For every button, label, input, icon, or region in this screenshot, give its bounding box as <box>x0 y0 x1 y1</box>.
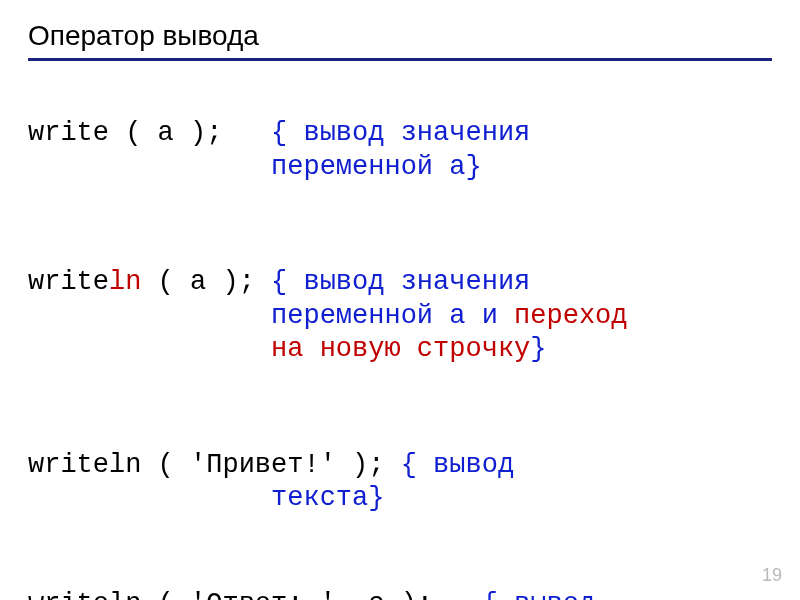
title-rule <box>28 58 772 61</box>
code-text: write <box>28 267 109 297</box>
code-ln-highlight: ln <box>109 267 141 297</box>
comment-indent <box>28 152 271 182</box>
comment-text: переменной a <box>271 152 465 182</box>
code-line-3: writeln ( 'Привет!' ); { вывод текста} <box>28 415 772 550</box>
comment-text: вывод <box>514 589 595 601</box>
code-block: write ( a ); { вывод значения переменной… <box>28 83 772 600</box>
comment-red: на новую строчку <box>271 334 530 364</box>
code-text: write ( a ); <box>28 118 271 148</box>
comment-open: { <box>482 589 514 601</box>
page-number: 19 <box>762 565 782 586</box>
code-text: writeln ( 'Привет!' ); <box>28 450 401 480</box>
comment-indent <box>28 301 271 331</box>
comment-close: } <box>465 152 481 182</box>
comment-close: } <box>368 483 384 513</box>
comment-close: } <box>530 334 546 364</box>
code-line-1: write ( a ); { вывод значения переменной… <box>28 83 772 218</box>
comment-indent <box>28 483 271 513</box>
comment-open: { <box>271 118 303 148</box>
comment-text: вывод значения <box>303 118 530 148</box>
comment-red: переход <box>514 301 627 331</box>
comment-indent <box>28 334 271 364</box>
comment-text: вывод <box>433 450 514 480</box>
slide-title: Оператор вывода <box>28 20 772 52</box>
code-line-4: writeln ( 'Ответ: ', c ); { вывод текста… <box>28 554 772 600</box>
comment-open: { <box>271 267 303 297</box>
comment-open: { <box>401 450 433 480</box>
code-text: ( a ); <box>141 267 271 297</box>
code-line-2: writeln ( a ); { вывод значения переменн… <box>28 232 772 401</box>
comment-text: текста <box>271 483 368 513</box>
code-text: writeln ( 'Ответ: ', c ); <box>28 589 482 601</box>
comment-text: переменной a и <box>271 301 514 331</box>
comment-text: вывод значения <box>303 267 530 297</box>
